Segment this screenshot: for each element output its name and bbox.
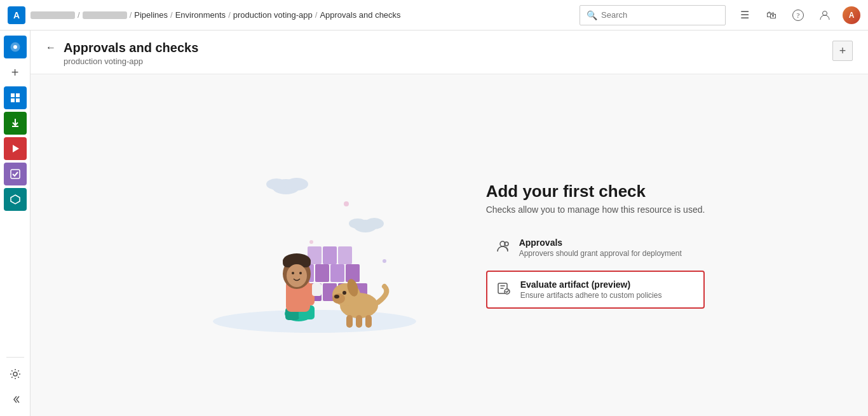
top-navigation: A / / Pipelines / Environments / product… [0,0,868,30]
sidebar-item-pipelines[interactable] [4,137,27,160]
panel-subtitle: Checks allow you to manage how this reso… [486,205,705,215]
project-name [83,11,127,19]
svg-rect-40 [312,283,322,296]
left-sidebar: + [0,30,31,416]
checks-list: Approvals Approvers should grant approva… [486,230,705,309]
help-icon[interactable]: ? [789,6,807,24]
svg-rect-54 [356,315,362,328]
org-name [31,11,75,19]
svg-marker-9 [13,145,19,152]
approvals-icon [495,239,510,257]
svg-rect-5 [11,93,15,97]
person-icon[interactable] [816,6,834,24]
svg-point-50 [334,295,339,299]
content-area: ← Approvals and checks production voting… [31,30,868,416]
breadcrumb-pipelines[interactable]: Pipelines [134,10,168,20]
app-logo[interactable]: A [8,6,25,24]
nav-icons: ☰ 🛍 ? A [736,6,860,24]
svg-point-15 [285,178,308,191]
evaluate-artifact-description: Ensure artifacts adhere to custom polici… [520,291,662,300]
page-title: Approvals and checks [64,41,198,55]
evaluate-artifact-icon [496,281,512,299]
breadcrumb-production-voting[interactable]: production voting-app [233,10,313,20]
svg-point-19 [349,218,367,229]
svg-rect-8 [16,98,20,102]
evaluate-artifact-title: Evaluate artifact (preview) [520,279,662,290]
search-input[interactable] [601,10,719,20]
check-item-evaluate-artifact[interactable]: Evaluate artifact (preview) Ensure artif… [486,271,705,309]
svg-point-46 [299,272,302,274]
svg-rect-29 [315,264,329,282]
panel-title: Add your first check [486,182,705,201]
sidebar-item-testplans[interactable] [4,163,27,185]
svg-point-45 [292,272,294,274]
main-layout: + ← Approva [0,30,868,416]
sidebar-item-repos[interactable] [4,112,27,135]
page-subtitle: production voting-app [64,57,198,66]
sidebar-item-artifacts[interactable] [4,188,27,211]
svg-rect-30 [330,264,344,282]
svg-point-21 [309,240,313,244]
approvals-text-group: Approvals Approvers should grant approva… [519,238,682,258]
page-header-left: ← Approvals and checks production voting… [46,41,198,66]
search-box[interactable]: 🔍 [580,5,726,25]
avatar[interactable]: A [843,6,860,24]
breadcrumb: / / Pipelines / Environments / productio… [31,10,401,20]
sidebar-item-settings[interactable] [4,363,27,386]
panel-heading: Add your first check Checks allow you to… [486,182,705,214]
svg-point-20 [344,201,349,206]
svg-rect-55 [365,315,372,328]
page-title-group: Approvals and checks production voting-a… [64,41,198,66]
main-content: Add your first check Checks allow you to… [31,74,868,416]
list-icon[interactable]: ☰ [736,6,754,24]
sidebar-item-add[interactable]: + [4,61,27,84]
svg-point-52 [342,291,346,295]
svg-point-16 [266,178,287,190]
bag-icon[interactable]: 🛍 [763,6,780,24]
sidebar-item-overview[interactable] [4,36,27,58]
svg-point-12 [13,372,17,376]
svg-point-4 [13,45,17,49]
evaluate-artifact-text-group: Evaluate artifact (preview) Ensure artif… [520,279,662,300]
svg-point-2 [823,11,827,15]
sidebar-item-collapse[interactable] [4,388,27,411]
svg-rect-7 [11,98,15,102]
page-header: ← Approvals and checks production voting… [31,30,868,74]
svg-point-22 [383,259,386,263]
sidebar-item-boards[interactable] [4,86,27,109]
approvals-description: Approvers should grant approval for depl… [519,249,682,258]
svg-rect-31 [346,264,360,282]
back-button[interactable]: ← [46,42,56,53]
svg-rect-6 [16,93,20,97]
sidebar-divider [6,357,24,358]
breadcrumb-approvals-checks[interactable]: Approvals and checks [320,10,400,20]
svg-rect-10 [11,170,20,178]
svg-text:?: ? [797,11,800,19]
svg-rect-33 [323,246,337,264]
svg-rect-34 [338,246,352,264]
breadcrumb-environments[interactable]: Environments [175,10,226,20]
svg-marker-11 [11,195,20,204]
right-panel: Add your first check Checks allow you to… [486,182,705,308]
check-item-approvals[interactable]: Approvals Approvers should grant approva… [486,230,705,265]
svg-rect-53 [346,315,353,328]
svg-point-49 [332,293,345,304]
approvals-title: Approvals [519,238,682,248]
svg-point-44 [287,264,307,287]
illustration [194,144,435,347]
add-check-button[interactable]: + [832,41,853,61]
search-icon: 🔍 [587,10,597,20]
svg-point-18 [365,218,384,229]
